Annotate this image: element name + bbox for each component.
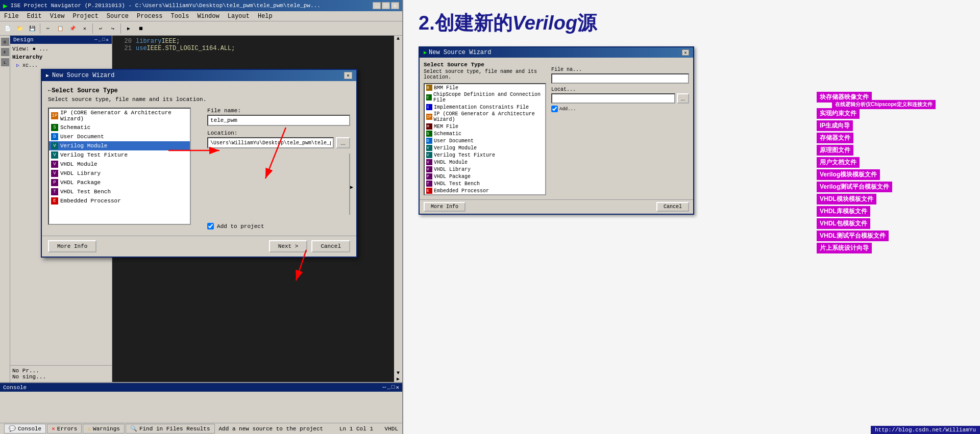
toolbar-separator-1 (40, 23, 40, 34)
tab-console[interactable]: 💬 Console (4, 424, 46, 433)
ws-add-checkbox[interactable] (551, 106, 558, 112)
run-button[interactable]: ▶ (123, 23, 134, 34)
slide-title-verilog: Verilog (512, 12, 577, 34)
undo-button[interactable]: ↩ (95, 23, 106, 34)
redo-button[interactable]: ↪ (107, 23, 118, 34)
location-input[interactable] (207, 137, 334, 148)
console-maximize-button[interactable]: □ (391, 384, 395, 391)
dialog-close-button[interactable]: ✕ (344, 72, 352, 79)
cancel-button[interactable]: Cancel (311, 240, 350, 252)
panel-pin-button[interactable]: ↔ (94, 37, 97, 43)
tab-errors[interactable]: ✕ Errors (47, 424, 82, 433)
more-info-button[interactable]: More Info (48, 240, 96, 252)
tab-warnings[interactable]: ⚠ Warnings (83, 424, 124, 433)
browse-button[interactable]: ... (336, 137, 350, 148)
ws-item-impl-label: Implementation Constraints File (434, 105, 529, 110)
ws-file-input[interactable] (551, 73, 689, 84)
console-header-buttons: ↔ _ □ ✕ (383, 384, 399, 391)
console-pin-button[interactable]: ↔ (383, 384, 386, 391)
view-label: View: ● (12, 46, 39, 52)
minimize-button[interactable]: _ (373, 2, 381, 9)
maximize-button[interactable]: □ (382, 2, 390, 9)
tab-find-results[interactable]: 🔍 Find in Files Results (126, 424, 215, 433)
ws-item-vhdl-testbench[interactable]: T VHDL Test Bench (425, 180, 545, 187)
menu-edit[interactable]: Edit (25, 13, 44, 20)
console-tab-icon: 💬 (9, 425, 16, 432)
ws-add-label: Add... (559, 107, 576, 112)
ws-item-vhdl-library[interactable]: V VHDL Library (425, 166, 545, 173)
main-toolbar: 📄 📁 💾 ✂ 📋 📌 ✕ ↩ ↪ ▶ ⏹ (0, 21, 402, 36)
source-item-vhdl-library[interactable]: V VHDL Library (49, 169, 190, 178)
errors-tab-label: Errors (57, 426, 78, 432)
ws-item-bmm[interactable]: B BMM File (425, 84, 545, 91)
cn-label-mem: 存储器文件 (817, 133, 853, 143)
source-item-embedded-processor[interactable]: E Embedded Processor (49, 196, 190, 206)
menu-view[interactable]: View (48, 13, 67, 20)
add-to-project-checkbox[interactable] (207, 223, 214, 229)
ws-item-verilog-module[interactable]: V Verilog Module (425, 144, 545, 151)
close-button[interactable]: ✕ (391, 2, 399, 9)
sidebar-icon-1[interactable]: D (1, 38, 9, 46)
sidebar-icon-2[interactable]: F (1, 48, 9, 56)
dialog-title-content: ▶ New Source Wizard (46, 72, 114, 79)
paste-button[interactable]: 📌 (67, 23, 78, 34)
ws-item-verilog-test[interactable]: V Verilog Test Fixture (425, 151, 545, 159)
ws-item-embedded-proc[interactable]: E Embedded Processor (425, 187, 545, 194)
ws-cancel-button[interactable]: Cancel (656, 202, 689, 212)
ws-item-schematic[interactable]: S Schematic (425, 130, 545, 137)
new-button[interactable]: 📄 (2, 23, 13, 34)
source-item-verilog-test[interactable]: V Verilog Test Fixture (49, 150, 190, 160)
console-minimize-button[interactable]: _ (387, 384, 390, 391)
source-item-vhdl-library-label: VHDL Library (60, 170, 101, 176)
source-item-vhdl-testbench[interactable]: T VHDL Test Bench (49, 187, 190, 196)
source-item-userdoc[interactable]: D User Document (49, 132, 190, 141)
save-button[interactable]: 💾 (27, 23, 38, 34)
menu-tools[interactable]: Tools (169, 13, 191, 20)
file-name-input[interactable] (207, 115, 350, 126)
ws-item-vhdl-package[interactable]: P VHDL Package (425, 173, 545, 180)
scroll-down-arrow[interactable]: ▼ (397, 370, 400, 376)
source-item-ip[interactable]: IP IP (CORE Generator & Architecture Wiz… (49, 109, 190, 123)
copy-button[interactable]: 📋 (55, 23, 66, 34)
menu-file[interactable]: File (2, 13, 21, 20)
delete-button[interactable]: ✕ (79, 23, 90, 34)
menu-process[interactable]: Process (135, 13, 164, 20)
ws-close-button[interactable]: ✕ (682, 49, 689, 56)
scroll-right-arrow[interactable]: ▶ (397, 376, 400, 382)
console-close-button[interactable]: ✕ (396, 384, 399, 391)
panel-close-button[interactable]: ✕ (106, 37, 109, 43)
cut-button[interactable]: ✂ (42, 23, 54, 34)
panel-maximize-button[interactable]: □ (102, 37, 105, 43)
source-item-verilog-module[interactable]: V Verilog Module (49, 141, 190, 150)
next-button[interactable]: Next > (269, 240, 308, 252)
ws-more-info-button[interactable]: More Info (424, 202, 465, 212)
source-item-vhdl-module[interactable]: V VHDL Module (49, 160, 190, 169)
menu-help[interactable]: Help (256, 13, 275, 20)
source-item-schematic[interactable]: S Schematic (49, 123, 190, 132)
ws-item-vhdl-module[interactable]: V VHDL Module (425, 159, 545, 166)
menu-layout[interactable]: Layout (226, 13, 252, 20)
sidebar-icon-3[interactable]: L (1, 58, 9, 66)
ws-location-input[interactable] (551, 93, 675, 104)
stop-button[interactable]: ⏹ (135, 23, 146, 34)
file-name-label: File name: (207, 108, 350, 114)
source-type-list[interactable]: IP IP (CORE Generator & Architecture Wiz… (48, 108, 191, 225)
menu-project[interactable]: Project (70, 13, 100, 20)
open-button[interactable]: 📁 (14, 23, 26, 34)
menu-window[interactable]: Window (195, 13, 222, 20)
ws-item-mem[interactable]: M MEM File (425, 123, 545, 130)
console-header: Console ↔ _ □ ✕ (0, 383, 402, 392)
ws-browse-button[interactable]: ... (677, 93, 689, 104)
scroll-up-arrow[interactable]: ▲ (397, 36, 400, 41)
ws-item-chipscope[interactable]: C ChipScope Definition and Connection Fi… (425, 91, 545, 104)
ws-item-userdoc[interactable]: D User Document (425, 137, 545, 144)
ws-item-ip[interactable]: IP IP (CORE Generator & Architecture Wiz… (425, 111, 545, 123)
panel-minimize-button[interactable]: _ (99, 37, 101, 43)
ws-item-vhdl-testbench-label: VHDL Test Bench (434, 181, 480, 187)
menu-source[interactable]: Source (105, 13, 131, 20)
source-item-vhdl-package[interactable]: P VHDL Package (49, 178, 190, 187)
design-panel-title: Design (13, 37, 34, 43)
vertical-scrollbar[interactable]: ▲ ▼ ▶ (394, 36, 402, 382)
ws-item-impl[interactable]: I Implementation Constraints File (425, 104, 545, 111)
ws-source-list[interactable]: B BMM File C ChipScope Definition and Co… (424, 83, 546, 195)
